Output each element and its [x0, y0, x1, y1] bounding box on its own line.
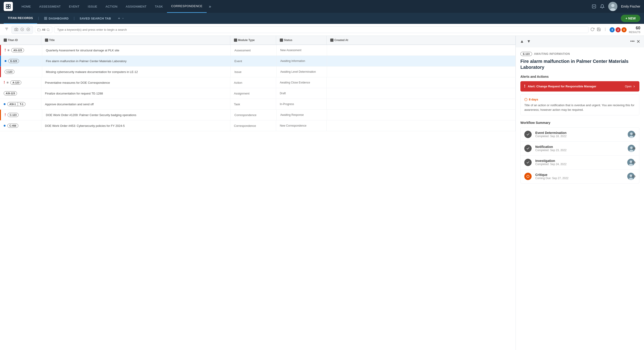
workflow-info: Notification Completed: Sep 23, 2022: [535, 145, 624, 152]
panel-next-button[interactable]: ▼: [526, 38, 532, 44]
search-input[interactable]: [57, 28, 586, 32]
cell-status: Awaiting Close Evidence: [276, 77, 326, 88]
notification-badges: 4 2 0: [610, 27, 626, 32]
nav-issue[interactable]: ISSUE: [84, 0, 102, 13]
cell-status: Awaiting Response: [276, 110, 327, 120]
nav-event[interactable]: EVENT: [65, 0, 84, 13]
cell-status: Draft: [276, 88, 326, 98]
cell-title: Quarterly Assessment for structural dama…: [42, 45, 231, 56]
panel-id-row: E-123 AWAITING INFORMATION: [520, 52, 640, 56]
more-options-button[interactable]: [603, 27, 607, 32]
panel-status: AWAITING INFORMATION: [534, 52, 570, 56]
alert-status: Open: [625, 85, 636, 88]
nav-correspondence[interactable]: CORRESPONDENCE: [167, 0, 206, 13]
cell-title: DOE Work Order #453: Cybersecurity polic…: [41, 120, 230, 131]
workflow-date: Coming Due: Sep 27, 2022: [535, 176, 624, 180]
panel-more-button[interactable]: •••: [630, 39, 634, 44]
cell-module: Correspondence: [230, 120, 276, 131]
nav-action[interactable]: ACTION: [101, 0, 122, 13]
tab-dashboard[interactable]: DASHBOARD: [40, 13, 73, 24]
svg-point-40: [527, 175, 529, 178]
save-search-button[interactable]: [597, 27, 601, 32]
workflow-name: Notification: [535, 145, 624, 148]
nav-task[interactable]: TASK: [151, 0, 167, 13]
nav-more-button[interactable]: »: [207, 4, 214, 9]
cell-created: [326, 88, 516, 98]
alert-card[interactable]: ! Alert: Change Request for Responsible …: [520, 81, 640, 92]
table-row[interactable]: ASI-123 Finalize documentation for reque…: [0, 88, 516, 99]
workflow-check-icon: [524, 145, 532, 152]
nav-right: Emily Fischer: [592, 2, 640, 11]
workflow-pending-icon: [524, 173, 532, 180]
cell-module: Action: [230, 77, 276, 88]
workflow-check-icon: [524, 131, 532, 138]
tab-saved-search[interactable]: SAVED SEARCH TAB: [76, 13, 115, 24]
dot-icon: [4, 125, 6, 126]
workflow-step-3: Investigation Completed: Sep 24, 2022 CD: [520, 155, 640, 169]
table-row[interactable]: ! AS-123 Quarterly Assessment for struct…: [0, 45, 516, 56]
alert-card-left: ! Alert: Change Request for Responsible …: [524, 84, 596, 89]
cell-title: Preventative measures for DOE Correspond…: [41, 77, 230, 88]
refresh-button[interactable]: [590, 27, 594, 32]
table-row[interactable]: E-123 Fire alarm malfunction in Palmer C…: [0, 56, 516, 66]
svg-point-26: [605, 29, 606, 29]
check-circle-icon[interactable]: [20, 27, 25, 32]
workflow-step-4: Critique Coming Due: Sep 27, 2022 CD: [520, 169, 640, 184]
cell-module: Task: [230, 99, 276, 110]
cell-module: Correspondence: [231, 110, 276, 120]
workflow-date: Completed: Sep 18, 2022: [535, 135, 624, 138]
svg-point-19: [16, 29, 17, 30]
table-header: Titan ID Title Module Type Status Create…: [0, 36, 516, 45]
cell-module: Assignment: [230, 88, 276, 98]
tab-divider-2: |: [73, 16, 76, 20]
view-toggle-group: [12, 26, 33, 34]
panel-close-button[interactable]: ✕: [636, 39, 640, 44]
workflow-section-title: Workflow Summary: [520, 121, 640, 124]
filter-toggle-button[interactable]: [4, 26, 10, 33]
new-record-button[interactable]: + NEW: [621, 15, 640, 22]
avatar-initials: CD: [632, 175, 636, 178]
cell-title: Approve documentation and send off: [41, 99, 230, 110]
search-icon[interactable]: [592, 4, 596, 9]
col-created-at: Created At: [326, 36, 516, 44]
workflow-info: Event Determination Completed: Sep 18, 2…: [535, 131, 624, 138]
nav-assessment[interactable]: ASSESSMENT: [35, 0, 65, 13]
exclaim-icon: !: [4, 80, 5, 85]
svg-line-24: [49, 30, 50, 31]
table-row[interactable]: ASI-1 T-1 Approve documentation and send…: [0, 99, 516, 110]
x-circle-icon[interactable]: [26, 27, 31, 32]
alert-title: Alert: Change Request for Responsible Ma…: [528, 85, 596, 88]
tab-titan-records[interactable]: TITAN RECORDS: [4, 13, 37, 24]
cell-titan-id: ! C-123: [1, 110, 42, 120]
app-logo[interactable]: [4, 2, 13, 11]
exclaim-icon: !: [4, 48, 6, 52]
col-module-type: Module Type: [230, 36, 276, 44]
main-content: Titan ID Title Module Type Status Create…: [0, 36, 644, 350]
workflow-info: Critique Coming Due: Sep 27, 2022: [535, 173, 624, 180]
table-row[interactable]: I-123 Missing cybersecurity malware docu…: [0, 66, 516, 77]
panel-header: ▲ ▼ ••• ✕: [516, 36, 644, 47]
add-tab-button[interactable]: [115, 17, 126, 20]
avatar-initials: JR: [632, 147, 636, 150]
table-row[interactable]: ! A-123 Preventative measures for DOE Co…: [0, 77, 516, 88]
nav-assignment[interactable]: ASSIGNMENT: [122, 0, 151, 13]
dot-icon: [4, 60, 6, 62]
table-row[interactable]: ! C-123 DOE Work Order #1209: Palmer Cen…: [0, 110, 516, 120]
scope-selector[interactable]: All: [35, 26, 52, 33]
camera-icon[interactable]: [14, 27, 19, 32]
cell-titan-id: ASI-123: [0, 88, 41, 98]
bell-icon[interactable]: [600, 4, 604, 9]
search-area: [54, 26, 588, 33]
avatar-initials: JR: [632, 133, 636, 136]
panel-record-id: E-123: [520, 52, 532, 56]
cell-created: [327, 56, 516, 66]
avatar[interactable]: [608, 2, 618, 11]
nav-home[interactable]: HOME: [18, 0, 35, 13]
workflow-name: Investigation: [535, 159, 624, 162]
table-row[interactable]: C-456 DOE Work Order #453: Cybersecurity…: [0, 120, 516, 131]
dot-icon: [4, 103, 6, 105]
alert-days: 8 days: [524, 98, 636, 101]
cell-titan-id: I-123: [1, 66, 42, 77]
alert-info-description: Title of an action or notification that …: [524, 103, 636, 112]
panel-prev-button[interactable]: ▲: [520, 38, 524, 44]
